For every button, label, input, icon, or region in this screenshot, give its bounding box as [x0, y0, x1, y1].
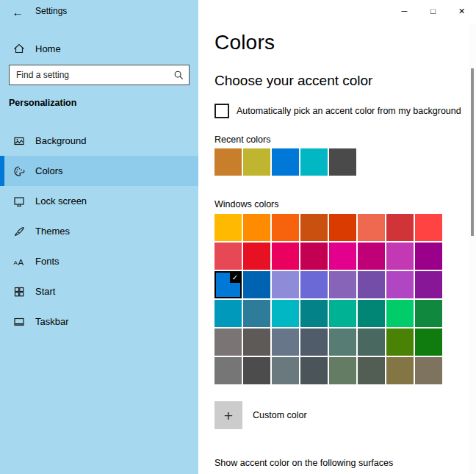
- selected-check-icon: ✓: [230, 273, 240, 283]
- recent-color-swatch[interactable]: [272, 148, 299, 176]
- windows-color-swatch[interactable]: [358, 357, 385, 384]
- sidebar: ← Settings Home Personalization Backgrou…: [0, 0, 198, 474]
- selected-indicator: [0, 156, 4, 186]
- windows-color-swatch[interactable]: [386, 328, 414, 356]
- windows-color-swatch[interactable]: [415, 300, 442, 327]
- windows-color-swatch[interactable]: [214, 328, 242, 356]
- windows-color-swatch[interactable]: [214, 357, 242, 384]
- windows-color-swatch[interactable]: [358, 243, 385, 270]
- windows-color-swatch[interactable]: [415, 328, 442, 356]
- windows-color-swatch[interactable]: [415, 214, 442, 241]
- sidebar-item-start[interactable]: Start: [0, 276, 198, 306]
- recent-color-swatch[interactable]: [329, 148, 356, 176]
- recent-color-swatch[interactable]: [300, 148, 328, 176]
- windows-color-swatch[interactable]: [272, 300, 299, 327]
- windows-color-swatch[interactable]: [300, 328, 328, 356]
- scrollbar-thumb[interactable]: [471, 68, 474, 236]
- windows-color-swatch[interactable]: [272, 357, 299, 384]
- sidebar-item-background[interactable]: Background: [0, 126, 198, 156]
- themes-icon: [13, 226, 25, 237]
- recent-colors-label: Recent colors: [214, 134, 270, 145]
- search-icon[interactable]: [173, 70, 184, 80]
- windows-color-swatch[interactable]: [243, 243, 270, 270]
- windows-color-swatch[interactable]: [358, 300, 385, 327]
- fonts-icon: AA: [13, 256, 25, 267]
- sidebar-item-home[interactable]: Home: [0, 35, 198, 62]
- windows-color-swatch[interactable]: [358, 328, 385, 356]
- windows-color-swatch[interactable]: [243, 300, 270, 327]
- windows-color-swatch[interactable]: [329, 328, 356, 356]
- windows-color-swatch[interactable]: [300, 357, 328, 384]
- windows-color-swatch[interactable]: [272, 271, 299, 298]
- back-button[interactable]: ←: [6, 2, 29, 21]
- minimize-button[interactable]: ─: [390, 0, 419, 22]
- search-input[interactable]: [10, 65, 189, 85]
- windows-color-swatch[interactable]: [243, 328, 270, 356]
- custom-color-button[interactable]: +: [214, 401, 242, 429]
- windows-color-swatch[interactable]: [329, 271, 356, 298]
- taskbar-icon: [13, 316, 25, 328]
- surfaces-heading: Show accent color on the following surfa…: [214, 458, 393, 468]
- sidebar-item-fonts[interactable]: AAFonts: [0, 246, 198, 276]
- plus-icon: +: [224, 407, 233, 424]
- windows-color-swatch[interactable]: [300, 214, 328, 241]
- windows-color-swatch[interactable]: [243, 214, 270, 241]
- titlebar: ← Settings: [0, 0, 198, 24]
- close-button[interactable]: ✕: [447, 0, 476, 22]
- sidebar-item-taskbar[interactable]: Taskbar: [0, 306, 198, 337]
- colors-icon: [13, 165, 25, 177]
- background-icon: [13, 135, 25, 147]
- lock-screen-icon: [13, 195, 25, 207]
- page-title: Colors: [214, 31, 275, 54]
- windows-color-swatch[interactable]: [329, 243, 356, 270]
- windows-color-swatch[interactable]: [386, 300, 414, 327]
- windows-color-swatch[interactable]: [386, 271, 414, 298]
- minimize-icon: ─: [402, 7, 408, 15]
- sidebar-nav: BackgroundColorsLock screenThemesAAFonts…: [0, 126, 198, 337]
- home-label: Home: [35, 43, 61, 54]
- auto-pick-checkbox[interactable]: [214, 104, 229, 118]
- windows-color-swatch[interactable]: [243, 357, 270, 384]
- recent-color-swatch[interactable]: [243, 148, 270, 176]
- start-icon: [13, 286, 25, 298]
- close-icon: ✕: [458, 7, 465, 15]
- windows-color-swatch[interactable]: [415, 271, 442, 298]
- sidebar-item-lock-screen[interactable]: Lock screen: [0, 186, 198, 216]
- windows-color-swatch[interactable]: [214, 300, 242, 327]
- windows-color-swatch[interactable]: [214, 214, 242, 241]
- windows-color-swatch[interactable]: [386, 357, 414, 384]
- windows-color-swatch[interactable]: [386, 214, 414, 241]
- svg-text:A: A: [18, 258, 24, 267]
- recent-colors-row: [214, 148, 356, 176]
- windows-color-swatch[interactable]: [386, 243, 414, 270]
- auto-pick-label: Automatically pick an accent color from …: [237, 106, 461, 116]
- windows-color-swatch[interactable]: [272, 214, 299, 241]
- windows-color-swatch[interactable]: [272, 328, 299, 356]
- windows-color-swatch[interactable]: [329, 300, 356, 327]
- windows-color-swatch[interactable]: [358, 214, 385, 241]
- sidebar-item-colors[interactable]: Colors: [0, 156, 198, 186]
- sidebar-item-themes[interactable]: Themes: [0, 216, 198, 246]
- windows-color-swatch[interactable]: ✓: [214, 271, 242, 298]
- windows-color-swatch[interactable]: [358, 271, 385, 298]
- windows-color-swatch[interactable]: [214, 243, 242, 270]
- search-box: [9, 65, 190, 85]
- windows-color-swatch[interactable]: [300, 271, 328, 298]
- recent-color-swatch[interactable]: [214, 148, 242, 176]
- back-icon: ←: [12, 6, 24, 18]
- windows-color-swatch[interactable]: [329, 214, 356, 241]
- custom-color-label: Custom color: [253, 410, 307, 420]
- windows-color-swatch[interactable]: [329, 357, 356, 384]
- window-controls: ─ □ ✕: [390, 0, 476, 22]
- maximize-button[interactable]: □: [419, 0, 447, 22]
- scrollbar[interactable]: [469, 24, 476, 474]
- windows-color-swatch[interactable]: [243, 271, 270, 298]
- windows-color-swatch[interactable]: [300, 300, 328, 327]
- windows-color-swatch[interactable]: [415, 357, 442, 384]
- windows-color-swatch[interactable]: [272, 243, 299, 270]
- maximize-icon: □: [430, 7, 436, 15]
- sidebar-item-label: Colors: [35, 165, 63, 176]
- windows-color-swatch[interactable]: [300, 243, 328, 270]
- windows-color-swatch[interactable]: [415, 243, 442, 270]
- content: ─ □ ✕ Colors Choose your accent color Au…: [198, 0, 476, 474]
